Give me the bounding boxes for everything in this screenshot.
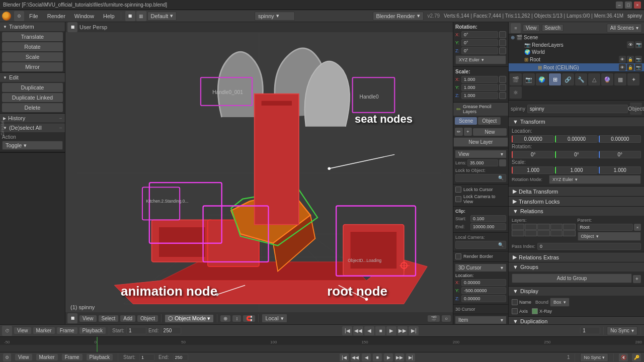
lens-icon[interactable] xyxy=(499,159,506,166)
ceiling-icon1[interactable]: 👁 xyxy=(619,64,626,71)
duplicate-linked-btn[interactable]: Duplicate Linked xyxy=(2,93,63,102)
render-menu[interactable]: Render xyxy=(43,12,69,20)
view-btn[interactable]: View xyxy=(79,315,97,322)
edit-header[interactable]: ▼ Edit xyxy=(0,73,65,82)
layer-1[interactable] xyxy=(512,224,524,230)
material-props-icon[interactable]: 🔮 xyxy=(601,73,613,85)
lens-field[interactable]: 35.000 xyxy=(467,159,498,166)
outliner-root-item[interactable]: ⊞ Root 👁 🔒 📷 xyxy=(509,55,644,63)
cursor-z-field[interactable]: 0.00000 xyxy=(461,295,506,302)
name-checkbox[interactable] xyxy=(512,299,518,305)
clip-start-field[interactable]: 0.100 xyxy=(470,215,506,222)
pass-index-field[interactable]: 0 xyxy=(537,243,641,250)
modifier-props-icon[interactable]: 🔧 xyxy=(575,73,587,85)
status-stop-btn[interactable]: ■ xyxy=(373,353,382,361)
status-editor-icon[interactable]: ⚙ xyxy=(3,353,11,361)
viewport-footer-editor-icon[interactable]: 🔲 xyxy=(67,313,77,323)
layer-10[interactable] xyxy=(563,230,576,236)
display-header[interactable]: ▼ Display xyxy=(509,287,644,296)
next-frame-btn[interactable]: ▶▶ xyxy=(397,326,408,335)
duplicate-btn[interactable]: Duplicate xyxy=(2,83,63,92)
layout-icon[interactable]: ▦ xyxy=(136,11,146,21)
props-scale-x-field[interactable]: 1.000 xyxy=(512,166,554,174)
layer-5[interactable] xyxy=(563,224,576,230)
parent-field[interactable]: Root xyxy=(578,224,633,231)
layout-dropdown[interactable]: Default ▾ xyxy=(147,12,177,21)
info-editor-icon[interactable]: ⚙ xyxy=(14,11,24,21)
select-btn[interactable]: Select xyxy=(99,315,119,322)
engine-dropdown[interactable]: Blender Render ▾ xyxy=(373,12,424,21)
status-view-btn[interactable]: View xyxy=(15,354,32,360)
object-name-field[interactable]: spinny xyxy=(527,105,628,113)
props-rot-z-field[interactable]: 0° xyxy=(599,151,641,158)
title-bar-controls[interactable]: – □ × xyxy=(616,2,641,9)
add-group-plus-btn[interactable]: + xyxy=(633,275,641,283)
parent-clear-btn[interactable]: × xyxy=(634,224,641,231)
scale-z-field[interactable]: 1.000 xyxy=(461,92,498,99)
layer-4[interactable] xyxy=(550,224,563,230)
relations-extras-header[interactable]: ▶ Relations Extras xyxy=(509,252,644,262)
add-to-group-btn[interactable]: Add to Group xyxy=(512,274,632,283)
grease-pencil-draw-icon[interactable]: ✏ xyxy=(455,128,463,136)
outliner-world-item[interactable]: 🌍 World xyxy=(509,49,644,55)
rot-z-field[interactable]: 0° xyxy=(461,47,498,54)
scene-props-icon[interactable]: 🎬 xyxy=(510,73,522,85)
loc-z-field[interactable]: 0.00000 xyxy=(599,135,641,143)
lock-to-object-field[interactable]: 🔍 xyxy=(455,174,506,182)
renderlayer-render-icon[interactable]: 📷 xyxy=(635,41,642,48)
ceiling-icon2[interactable]: 🔒 xyxy=(627,64,634,71)
root-icon3[interactable]: 📷 xyxy=(635,56,642,63)
physics-props-icon[interactable]: ⚛ xyxy=(510,86,522,99)
shading-btn[interactable]: ○ xyxy=(442,315,451,322)
parent-type-dropdown[interactable]: Object▾ xyxy=(578,232,641,241)
root-icon2[interactable]: 🔒 xyxy=(627,56,634,63)
scale-y-field[interactable]: 1.000 xyxy=(461,84,498,91)
outliner-root-ceiling-item[interactable]: ⊞ Root (CEILING) 👁 🔒 📷 xyxy=(509,63,644,71)
add-btn[interactable]: Add xyxy=(120,315,135,322)
maximize-btn[interactable]: □ xyxy=(625,2,632,9)
status-jump-start-btn[interactable]: |◀ xyxy=(340,353,349,361)
mode-dropdown[interactable]: ⬡ Object Mode ▾ xyxy=(165,314,214,323)
props-rot-x-field[interactable]: 0° xyxy=(512,151,554,158)
cursor-x-field[interactable]: 0.00000 xyxy=(461,279,506,286)
status-frame-btn[interactable]: Frame xyxy=(62,354,83,360)
object-btn[interactable]: Object xyxy=(137,315,158,322)
props-scale-z-field[interactable]: 1.000 xyxy=(599,166,641,174)
scale-y-lock[interactable] xyxy=(499,84,506,91)
prev-frame-btn[interactable]: ◀◀ xyxy=(353,326,363,335)
local-camera-field[interactable]: 🔍 xyxy=(455,241,506,249)
layer-3[interactable] xyxy=(537,224,550,230)
xray-checkbox[interactable] xyxy=(532,308,538,314)
coord-system-dropdown[interactable]: Local ▾ xyxy=(262,314,287,323)
action-dropdown[interactable]: Toggle▾ xyxy=(2,141,63,150)
axis-checkbox[interactable] xyxy=(512,308,518,314)
play-btn[interactable]: ▶ xyxy=(386,326,396,335)
data-props-icon[interactable]: △ xyxy=(588,73,600,85)
rotation-mode-dropdown[interactable]: XYZ Euler▾ xyxy=(455,55,506,64)
deselect-header[interactable]: ▼ (De)select All – xyxy=(0,123,65,132)
new-layer-btn[interactable]: New Layer xyxy=(453,137,508,147)
mirror-btn[interactable]: Mirror xyxy=(2,62,63,71)
viewport-icon[interactable]: 🔲 xyxy=(125,11,135,21)
window-menu[interactable]: Window xyxy=(70,12,98,20)
root-icon1[interactable]: 👁 xyxy=(619,56,626,63)
viewport[interactable]: 🔲 User Persp xyxy=(65,22,453,324)
global-view-btn[interactable]: ⊕ xyxy=(220,315,230,322)
timeline-marker-btn[interactable]: Marker xyxy=(33,327,55,334)
translate-btn[interactable]: Translate xyxy=(2,32,63,41)
jump-start-btn[interactable]: |◀ xyxy=(342,326,352,335)
object-tab-selector[interactable]: Object xyxy=(630,103,642,115)
sync-dropdown[interactable]: No Sync▾ xyxy=(607,326,637,335)
scene-tab-btn[interactable]: Scene xyxy=(455,117,477,125)
props-scale-y-field[interactable]: 1.000 xyxy=(555,166,597,174)
lock-camera-checkbox[interactable] xyxy=(455,196,461,202)
cursor-y-field[interactable]: -500.00000 xyxy=(461,287,506,294)
renderlayer-vis-icon[interactable]: 👁 xyxy=(627,41,634,48)
groups-header[interactable]: ▼ Groups xyxy=(509,262,644,272)
object-tab-btn[interactable]: Object xyxy=(478,117,501,125)
transform-header[interactable]: ▼ Transform xyxy=(0,22,65,31)
status-start-field[interactable]: 1 xyxy=(139,354,154,361)
status-sync-dropdown[interactable]: No Sync ▾ xyxy=(580,353,608,362)
props-rot-mode-dropdown[interactable]: XYZ Euler▾ xyxy=(549,175,641,184)
scale-x-field[interactable]: 1.000 xyxy=(461,76,498,83)
